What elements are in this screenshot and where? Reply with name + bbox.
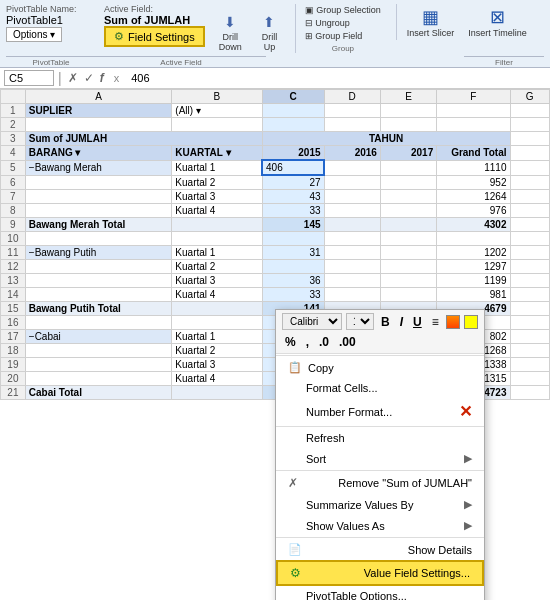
cell-e9[interactable] xyxy=(380,218,436,232)
cell-d13[interactable] xyxy=(324,274,380,288)
cell-e14[interactable] xyxy=(380,288,436,302)
cell-b17[interactable]: Kuartal 1 xyxy=(172,330,262,344)
cell-a16[interactable] xyxy=(25,316,172,330)
refresh-menu-item[interactable]: Refresh xyxy=(276,428,484,448)
cell-g10[interactable] xyxy=(510,232,550,246)
cell-b16[interactable] xyxy=(172,316,262,330)
cell-a3[interactable]: Sum of JUMLAH xyxy=(25,132,262,146)
cell-g1[interactable] xyxy=(510,104,550,118)
cell-g17[interactable] xyxy=(510,330,550,344)
cell-a8[interactable] xyxy=(25,204,172,218)
sort-menu-item[interactable]: Sort ▶ xyxy=(276,448,484,469)
cell-g12[interactable] xyxy=(510,260,550,274)
cell-a9[interactable]: Bawang Merah Total xyxy=(25,218,172,232)
formula-input[interactable] xyxy=(127,71,546,85)
cell-d4[interactable]: 2016 xyxy=(324,146,380,161)
cell-a10[interactable] xyxy=(25,232,172,246)
cell-a14[interactable] xyxy=(25,288,172,302)
cell-reference-input[interactable] xyxy=(4,70,54,86)
cell-g15[interactable] xyxy=(510,302,550,316)
cell-f6[interactable]: 952 xyxy=(437,175,510,190)
cell-d1[interactable] xyxy=(324,104,380,118)
cell-g5[interactable] xyxy=(510,160,550,175)
cell-f2[interactable] xyxy=(437,118,510,132)
cell-f13[interactable]: 1199 xyxy=(437,274,510,288)
group-field-button[interactable]: ⊞ Group Field xyxy=(302,30,384,42)
format-cells-menu-item[interactable]: Format Cells... xyxy=(276,378,484,398)
cell-e12[interactable] xyxy=(380,260,436,274)
cell-f12[interactable]: 1297 xyxy=(437,260,510,274)
cell-d5[interactable] xyxy=(324,160,380,175)
cell-g20[interactable] xyxy=(510,372,550,386)
cell-c10[interactable] xyxy=(262,232,324,246)
number-format-menu-item[interactable]: Number Format... ✕ xyxy=(276,398,484,425)
cell-a4[interactable]: BARANG ▾ xyxy=(25,146,172,161)
cell-e6[interactable] xyxy=(380,175,436,190)
remove-field-menu-item[interactable]: ✗ Remove "Sum of JUMLAH" xyxy=(276,472,484,494)
col-header-f[interactable]: F xyxy=(437,90,510,104)
cell-g2[interactable] xyxy=(510,118,550,132)
col-header-g[interactable]: G xyxy=(510,90,550,104)
cell-g9[interactable] xyxy=(510,218,550,232)
cell-a12[interactable] xyxy=(25,260,172,274)
cell-g6[interactable] xyxy=(510,175,550,190)
cell-d7[interactable] xyxy=(324,190,380,204)
underline-button[interactable]: U xyxy=(410,314,425,330)
cell-f4[interactable]: Grand Total xyxy=(437,146,510,161)
cell-c13[interactable]: 36 xyxy=(262,274,324,288)
insert-function-icon[interactable]: f xyxy=(98,71,106,85)
cell-a6[interactable] xyxy=(25,175,172,190)
cell-a13[interactable] xyxy=(25,274,172,288)
cell-a17[interactable]: −Cabai xyxy=(25,330,172,344)
cell-f9[interactable]: 4302 xyxy=(437,218,510,232)
cell-d9[interactable] xyxy=(324,218,380,232)
cell-d11[interactable] xyxy=(324,246,380,260)
cell-b8[interactable]: Kuartal 4 xyxy=(172,204,262,218)
cell-b10[interactable] xyxy=(172,232,262,246)
cell-g11[interactable] xyxy=(510,246,550,260)
cell-g8[interactable] xyxy=(510,204,550,218)
confirm-formula-icon[interactable]: ✓ xyxy=(82,71,96,85)
cell-a1[interactable]: SUPLIER xyxy=(25,104,172,118)
increase-decimal-button[interactable]: .0 xyxy=(316,334,332,350)
cell-g4[interactable] xyxy=(510,146,550,161)
drill-down-button[interactable]: ⬇ DrillDown xyxy=(213,12,248,54)
cell-f11[interactable]: 1202 xyxy=(437,246,510,260)
cell-a20[interactable] xyxy=(25,372,172,386)
cell-e4[interactable]: 2017 xyxy=(380,146,436,161)
col-header-d[interactable]: D xyxy=(324,90,380,104)
cell-e8[interactable] xyxy=(380,204,436,218)
align-left-button[interactable]: ≡ xyxy=(429,314,442,330)
cell-e10[interactable] xyxy=(380,232,436,246)
cell-c7[interactable]: 43 xyxy=(262,190,324,204)
group-selection-button[interactable]: ▣ Group Selection xyxy=(302,4,384,16)
cell-c8[interactable]: 33 xyxy=(262,204,324,218)
show-values-menu-item[interactable]: Show Values As ▶ xyxy=(276,515,484,536)
cell-c11[interactable]: 31 xyxy=(262,246,324,260)
value-field-settings-menu-item[interactable]: ⚙ Value Field Settings... xyxy=(276,560,484,586)
cell-g14[interactable] xyxy=(510,288,550,302)
cell-a2[interactable] xyxy=(25,118,172,132)
drill-up-button[interactable]: ⬆ DrillUp xyxy=(256,12,284,54)
cell-f8[interactable]: 976 xyxy=(437,204,510,218)
options-button[interactable]: Options ▾ xyxy=(6,27,62,42)
cell-a11[interactable]: −Bawang Putih xyxy=(25,246,172,260)
ungroup-button[interactable]: ⊟ Ungroup xyxy=(302,17,384,29)
cell-a7[interactable] xyxy=(25,190,172,204)
cell-b18[interactable]: Kuartal 2 xyxy=(172,344,262,358)
cell-a5[interactable]: −Bawang Merah xyxy=(25,160,172,175)
cell-b19[interactable]: Kuartal 3 xyxy=(172,358,262,372)
cell-b20[interactable]: Kuartal 4 xyxy=(172,372,262,386)
cell-d6[interactable] xyxy=(324,175,380,190)
cell-b5[interactable]: Kuartal 1 xyxy=(172,160,262,175)
font-size-select[interactable]: 12 xyxy=(346,313,374,330)
insert-timeline-button[interactable]: ⊠ Insert Timeline xyxy=(464,4,531,40)
col-header-b[interactable]: B xyxy=(172,90,262,104)
cell-b9[interactable] xyxy=(172,218,262,232)
cell-g3[interactable] xyxy=(510,132,550,146)
cell-g16[interactable] xyxy=(510,316,550,330)
cell-g13[interactable] xyxy=(510,274,550,288)
cell-f1[interactable] xyxy=(437,104,510,118)
font-name-select[interactable]: Calibri xyxy=(282,313,342,330)
cell-c3[interactable]: TAHUN xyxy=(262,132,510,146)
